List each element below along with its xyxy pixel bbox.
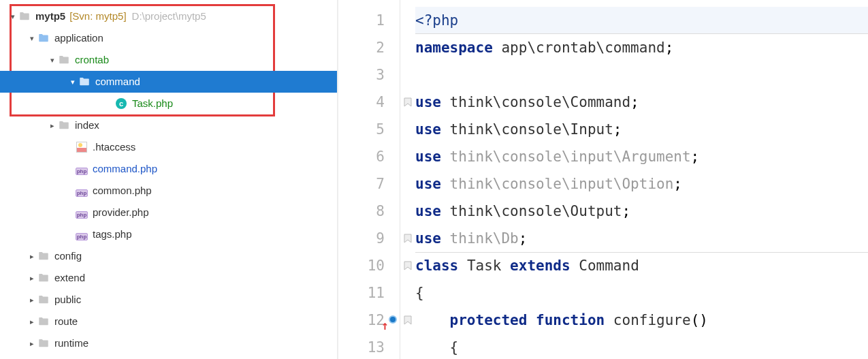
code-area[interactable]: <?phpnamespace app\crontab\command; use … — [415, 0, 868, 359]
php-file-icon: php — [75, 228, 89, 241]
code-line[interactable]: <?php — [415, 7, 868, 34]
chevron-right-icon[interactable]: ▸ — [27, 311, 37, 332]
php-file-icon: php — [75, 162, 89, 176]
chevron-down-icon[interactable]: ▾ — [68, 71, 78, 93]
code-line[interactable]: { — [415, 279, 868, 307]
code-line[interactable]: use think\console\Command; — [415, 89, 868, 116]
folder-icon — [37, 337, 50, 350]
tree-item-label: tags.php — [93, 223, 132, 245]
code-line[interactable]: use think\Db; — [415, 225, 868, 252]
folder-icon — [37, 315, 50, 328]
fold-handle — [400, 34, 415, 61]
fold-handle — [400, 116, 415, 143]
line-number: 7 — [338, 170, 385, 198]
code-line[interactable]: class Task extends Command — [415, 252, 868, 279]
override-marker-icon[interactable] — [389, 315, 397, 324]
tree-row[interactable]: phpprovider.php — [0, 202, 337, 223]
tree-row[interactable]: ▾command — [0, 71, 337, 93]
folder-icon — [37, 271, 50, 285]
tree-row[interactable]: ▸runtime — [0, 332, 337, 354]
code-editor[interactable]: 123456789101112↑13 <?phpnamespace app\cr… — [338, 0, 868, 359]
chevron-down-icon[interactable]: ▾ — [8, 5, 18, 27]
folder-icon — [57, 53, 71, 67]
folder-icon — [57, 119, 71, 132]
code-line[interactable]: use think\console\Output; — [415, 198, 868, 225]
line-number: 1 — [338, 7, 385, 34]
tree-item-label: command.php — [93, 158, 157, 180]
line-number: 3 — [338, 61, 385, 89]
fold-handle — [400, 143, 415, 170]
tree-item-label: provider.php — [93, 202, 149, 223]
fold-handle[interactable] — [400, 225, 415, 252]
tree-row[interactable]: phpcommand.php — [0, 158, 337, 180]
tree-row[interactable]: phptags.php — [0, 223, 337, 245]
fold-handle — [400, 279, 415, 307]
code-line[interactable] — [415, 61, 868, 89]
fold-gutter — [400, 0, 415, 359]
line-number: 9 — [338, 225, 385, 252]
tree-item-label: runtime — [54, 332, 89, 354]
vcs-info: [Svn: mytp5] — [69, 5, 126, 27]
line-number: 10 — [338, 252, 385, 279]
line-number: 12↑ — [338, 307, 385, 334]
chevron-down-icon[interactable]: ▾ — [48, 49, 57, 71]
tree-row[interactable]: ▸public — [0, 289, 337, 311]
class-file-icon: c — [114, 97, 128, 110]
tree-row[interactable]: ▾crontab — [0, 49, 337, 71]
fold-handle — [400, 198, 415, 225]
line-number: 8 — [338, 198, 385, 225]
tree-item-label: common.php — [93, 180, 152, 202]
tree-item-label: crontab — [75, 49, 109, 71]
project-tree[interactable]: ▾mytp5[Svn: mytp5]D:\project\mytp5▾appli… — [0, 0, 338, 359]
code-line[interactable]: namespace app\crontab\command; — [415, 34, 868, 61]
project-path: D:\project\mytp5 — [132, 5, 206, 27]
tree-row[interactable]: ▸config — [0, 245, 337, 267]
chevron-right-icon[interactable]: ▸ — [27, 267, 37, 289]
fold-handle[interactable] — [400, 307, 415, 334]
tree-item-label: public — [54, 289, 81, 311]
tree-row[interactable]: ▸index — [0, 114, 337, 136]
folder-icon — [37, 31, 50, 45]
chevron-right-icon[interactable]: ▸ — [48, 114, 57, 136]
chevron-right-icon[interactable]: ▸ — [27, 245, 37, 267]
code-line[interactable]: use think\console\input\Option; — [415, 170, 868, 198]
chevron-right-icon[interactable]: ▸ — [27, 289, 37, 311]
folder-icon — [37, 249, 50, 263]
region-separator — [415, 252, 868, 253]
code-line[interactable]: use think\console\input\Argument; — [415, 143, 868, 170]
tree-item-label: config — [54, 245, 82, 267]
tree-row[interactable]: ▸extend — [0, 267, 337, 289]
code-line[interactable]: protected function configure() — [415, 307, 868, 334]
tree-item-label: application — [54, 27, 103, 49]
tree-item-label: route — [54, 311, 78, 332]
fold-handle[interactable] — [400, 89, 415, 116]
line-number: 6 — [338, 143, 385, 170]
tree-row[interactable]: phpcommon.php — [0, 180, 337, 202]
tree-row[interactable]: ▾application — [0, 27, 337, 49]
chevron-right-icon[interactable]: ▸ — [27, 354, 37, 359]
chevron-down-icon[interactable]: ▾ — [27, 27, 37, 49]
tree-item-label: thinkphp — [54, 354, 93, 359]
tree-item-label: Task.php — [132, 93, 173, 114]
tree-row[interactable]: cTask.php — [0, 93, 337, 114]
php-file-icon: php — [75, 206, 89, 219]
fold-handle[interactable] — [400, 252, 415, 279]
tree-item-label: extend — [54, 267, 85, 289]
tree-row[interactable]: .htaccess — [0, 136, 337, 158]
fold-handle — [400, 334, 415, 359]
line-number: 2 — [338, 34, 385, 61]
line-number: 5 — [338, 116, 385, 143]
line-number: 11 — [338, 279, 385, 307]
tree-row[interactable]: ▸route — [0, 311, 337, 332]
code-line[interactable]: use think\console\Input; — [415, 116, 868, 143]
tree-row[interactable]: ▸thinkphp — [0, 354, 337, 359]
fold-handle — [400, 61, 415, 89]
chevron-right-icon[interactable]: ▸ — [27, 332, 37, 354]
fold-handle — [400, 170, 415, 198]
code-line[interactable]: { — [415, 334, 868, 359]
line-number: 4 — [338, 89, 385, 116]
php-file-icon: php — [75, 184, 89, 198]
tree-row[interactable]: ▾mytp5[Svn: mytp5]D:\project\mytp5 — [0, 5, 337, 27]
tree-item-label: .htaccess — [93, 136, 135, 158]
tree-item-label: command — [95, 71, 140, 93]
